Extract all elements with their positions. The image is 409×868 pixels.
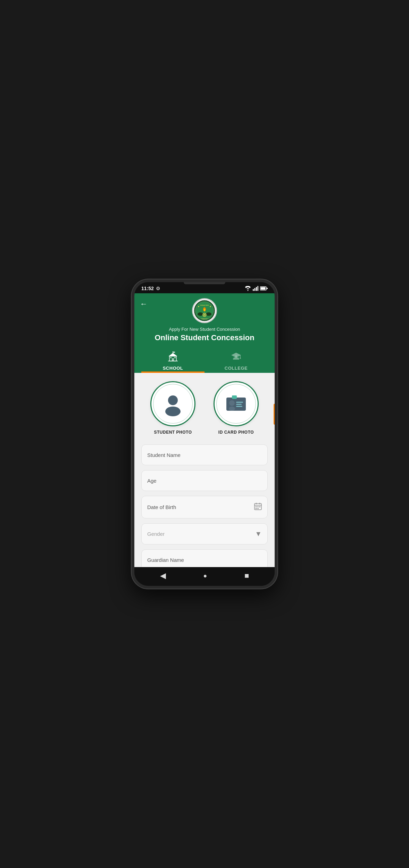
form-area: STUDENT PHOTO [134,373,275,567]
photo-upload-row: STUDENT PHOTO [141,381,268,435]
status-bar: 11:52 ⚙ [134,282,275,293]
svg-marker-25 [169,353,177,356]
tab-school[interactable]: SCHOOL [141,348,204,373]
person-icon [160,391,185,416]
svg-point-9 [198,312,203,316]
student-name-group: Student Name [141,444,268,465]
svg-point-19 [198,306,199,307]
svg-rect-54 [258,508,259,509]
svg-rect-52 [259,506,260,507]
wifi-icon [245,286,251,291]
gender-group: Gender ▼ [141,523,268,544]
svg-point-37 [168,395,178,405]
svg-point-38 [165,407,181,416]
svg-point-12 [204,309,206,311]
svg-rect-39 [226,398,246,411]
svg-rect-0 [253,289,254,291]
student-photo-upload[interactable]: STUDENT PHOTO [150,381,195,435]
dropdown-icon: ▼ [255,530,262,538]
svg-rect-3 [258,286,259,291]
calendar-icon [254,502,262,512]
svg-rect-27 [172,358,174,361]
college-icon [231,351,242,364]
svg-rect-44 [236,404,242,405]
back-button[interactable]: ← [140,300,148,309]
nav-back-button[interactable]: ◀ [160,571,166,580]
svg-rect-53 [256,508,257,509]
school-icon [167,351,178,364]
header-title: Online Student Concession [155,333,254,342]
settings-icon: ⚙ [156,286,160,291]
svg-rect-2 [256,287,257,291]
tabs-container: SCHOOL [141,348,268,373]
svg-rect-51 [258,506,259,507]
dob-placeholder: Date of Birth [147,504,254,510]
battery-icon [260,286,268,290]
guardian-name-group: Guardian Name [141,549,268,567]
svg-point-36 [240,358,241,359]
svg-point-20 [210,306,211,307]
svg-point-41 [229,400,235,406]
student-name-placeholder: Student Name [147,452,262,458]
age-field[interactable]: Age [141,470,268,491]
svg-point-10 [206,312,211,316]
student-photo-circle [150,381,195,426]
age-group: Age [141,470,268,491]
id-card-photo-label: ID CARD PHOTO [218,430,254,435]
nav-recent-button[interactable]: ■ [244,571,249,580]
svg-rect-28 [170,357,172,358]
app-logo: KERALA STATE TRANSPORT [192,298,217,323]
svg-text:KERALA STATE: KERALA STATE [200,305,209,306]
screen-content: ← [134,293,275,567]
nav-home-button[interactable]: ● [203,572,207,580]
status-time: 11:52 [141,286,154,291]
id-card-icon [224,391,249,416]
svg-point-42 [229,407,235,411]
college-tab-label: COLLEGE [225,366,248,371]
student-name-field[interactable]: Student Name [141,444,268,465]
dob-group: Date of Birth [141,496,268,518]
side-accent [274,404,275,425]
logo-emblem: KERALA STATE TRANSPORT [193,300,216,322]
nav-bar: ◀ ● ■ [134,567,275,586]
id-card-photo-circle [214,381,259,426]
svg-rect-24 [173,352,175,353]
school-tab-label: SCHOOL [163,366,183,371]
svg-rect-43 [236,402,243,403]
tab-college[interactable]: COLLEGE [204,348,268,373]
header-subtitle: Apply For New Student Concession [169,327,240,332]
id-card-photo-upload[interactable]: ID CARD PHOTO [214,381,259,435]
svg-rect-6 [267,288,268,289]
gender-placeholder: Gender [147,531,255,537]
phone-frame: 11:52 ⚙ [132,279,277,589]
svg-rect-45 [236,406,242,407]
dob-field[interactable]: Date of Birth [141,496,268,518]
svg-rect-29 [174,357,176,358]
app-header: ← [134,293,275,373]
svg-rect-40 [232,395,237,399]
student-photo-label: STUDENT PHOTO [154,430,192,435]
age-placeholder: Age [147,478,262,484]
svg-text:TRANSPORT: TRANSPORT [201,318,208,320]
svg-rect-34 [234,357,239,359]
svg-rect-5 [261,287,266,290]
signal-icon [253,286,258,291]
svg-rect-50 [256,506,257,507]
guardian-name-placeholder: Guardian Name [147,557,262,563]
gender-field[interactable]: Gender ▼ [141,523,268,544]
guardian-name-field[interactable]: Guardian Name [141,549,268,567]
svg-rect-1 [254,288,256,291]
